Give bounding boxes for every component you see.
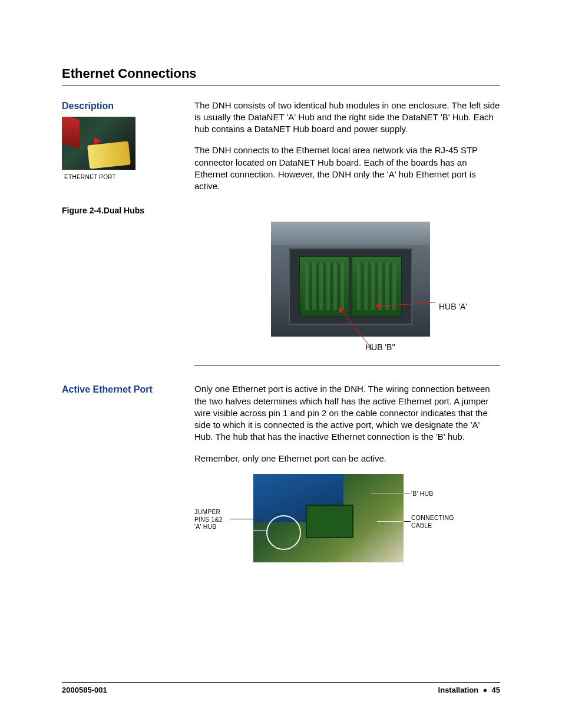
hub-a-label: HUB 'A' — [439, 301, 467, 312]
ethernet-port-thumbnail — [62, 117, 135, 170]
jumper-figure: JUMPER PINS 1&2 'A' HUB 'B' HUB CONNECTI… — [194, 474, 489, 562]
jumper-photo — [253, 474, 404, 562]
description-heading: Description — [62, 100, 194, 113]
description-paragraph-2: The DNH connects to the Ethernet local a… — [194, 144, 500, 192]
dual-hubs-figure: HUB 'A' HUB 'B'' — [271, 222, 498, 337]
page-title: Ethernet Connections — [62, 65, 500, 85]
jumper-label: JUMPER PINS 1&2 'A' HUB — [194, 508, 223, 531]
active-port-paragraph-2: Remember, only one Ethernet port can be … — [194, 453, 500, 465]
hub-b-label: HUB 'B'' — [365, 342, 395, 353]
figure-caption: Figure 2-4.Dual Hubs — [62, 205, 194, 216]
active-port-paragraph-1: Only one Ethernet port is active in the … — [194, 383, 500, 443]
section-divider — [194, 365, 500, 365]
page-footer: 2000585-001 Installation ● 45 — [62, 682, 500, 696]
footer-right: Installation ● 45 — [438, 685, 500, 696]
b-hub-label: 'B' HUB — [411, 490, 434, 498]
connecting-cable-label: CONNECTING CABLE — [411, 514, 454, 529]
active-port-heading: Active Ethernet Port — [62, 383, 194, 396]
description-paragraph-1: The DNH consists of two identical hub mo… — [194, 100, 500, 136]
enclosure-photo — [271, 222, 430, 337]
doc-number: 2000585-001 — [62, 685, 107, 696]
thumbnail-caption: ETHERNET PORT — [64, 173, 194, 182]
